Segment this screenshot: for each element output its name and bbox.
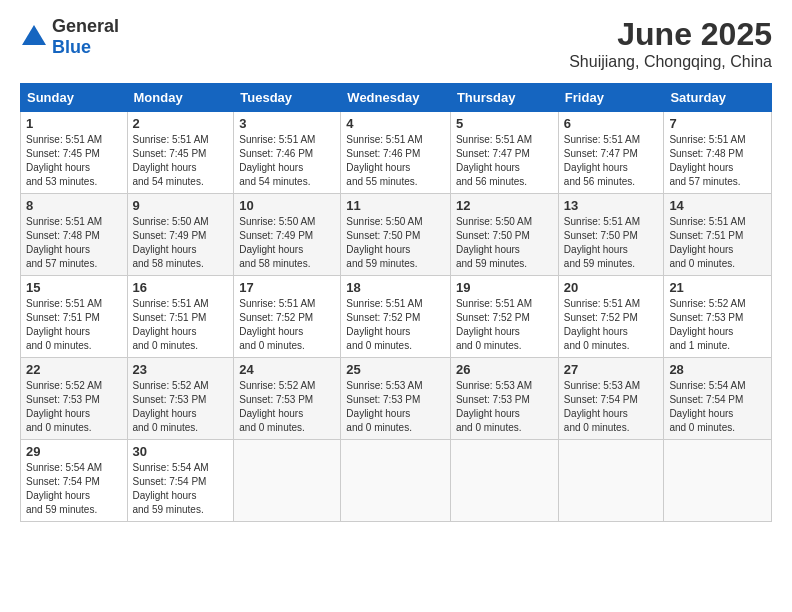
- table-row: [664, 440, 772, 522]
- table-row: [341, 440, 451, 522]
- logo-icon: [20, 23, 48, 51]
- table-row: 7 Sunrise: 5:51 AM Sunset: 7:48 PM Dayli…: [664, 112, 772, 194]
- calendar-row: 15 Sunrise: 5:51 AM Sunset: 7:51 PM Dayl…: [21, 276, 772, 358]
- col-monday: Monday: [127, 84, 234, 112]
- table-row: 21 Sunrise: 5:52 AM Sunset: 7:53 PM Dayl…: [664, 276, 772, 358]
- table-row: 29 Sunrise: 5:54 AM Sunset: 7:54 PM Dayl…: [21, 440, 128, 522]
- table-row: 25 Sunrise: 5:53 AM Sunset: 7:53 PM Dayl…: [341, 358, 451, 440]
- calendar-subtitle: Shuijiang, Chongqing, China: [569, 53, 772, 71]
- day-number: 19: [456, 280, 553, 295]
- table-row: 2 Sunrise: 5:51 AM Sunset: 7:45 PM Dayli…: [127, 112, 234, 194]
- day-info: Sunrise: 5:51 AM Sunset: 7:48 PM Dayligh…: [26, 215, 122, 271]
- logo-general: General: [52, 16, 119, 36]
- day-info: Sunrise: 5:50 AM Sunset: 7:49 PM Dayligh…: [133, 215, 229, 271]
- day-number: 10: [239, 198, 335, 213]
- table-row: 10 Sunrise: 5:50 AM Sunset: 7:49 PM Dayl…: [234, 194, 341, 276]
- day-info: Sunrise: 5:53 AM Sunset: 7:53 PM Dayligh…: [456, 379, 553, 435]
- table-row: 17 Sunrise: 5:51 AM Sunset: 7:52 PM Dayl…: [234, 276, 341, 358]
- day-info: Sunrise: 5:54 AM Sunset: 7:54 PM Dayligh…: [26, 461, 122, 517]
- day-info: Sunrise: 5:51 AM Sunset: 7:52 PM Dayligh…: [456, 297, 553, 353]
- day-number: 9: [133, 198, 229, 213]
- header-row: Sunday Monday Tuesday Wednesday Thursday…: [21, 84, 772, 112]
- day-info: Sunrise: 5:52 AM Sunset: 7:53 PM Dayligh…: [26, 379, 122, 435]
- day-number: 12: [456, 198, 553, 213]
- table-row: 27 Sunrise: 5:53 AM Sunset: 7:54 PM Dayl…: [558, 358, 664, 440]
- day-info: Sunrise: 5:51 AM Sunset: 7:52 PM Dayligh…: [564, 297, 659, 353]
- calendar-title: June 2025: [569, 16, 772, 53]
- table-row: 9 Sunrise: 5:50 AM Sunset: 7:49 PM Dayli…: [127, 194, 234, 276]
- day-number: 7: [669, 116, 766, 131]
- day-info: Sunrise: 5:51 AM Sunset: 7:52 PM Dayligh…: [346, 297, 445, 353]
- table-row: 14 Sunrise: 5:51 AM Sunset: 7:51 PM Dayl…: [664, 194, 772, 276]
- calendar-row: 29 Sunrise: 5:54 AM Sunset: 7:54 PM Dayl…: [21, 440, 772, 522]
- day-number: 28: [669, 362, 766, 377]
- logo: General Blue: [20, 16, 119, 58]
- day-info: Sunrise: 5:51 AM Sunset: 7:50 PM Dayligh…: [564, 215, 659, 271]
- table-row: 19 Sunrise: 5:51 AM Sunset: 7:52 PM Dayl…: [450, 276, 558, 358]
- day-number: 16: [133, 280, 229, 295]
- day-info: Sunrise: 5:51 AM Sunset: 7:45 PM Dayligh…: [26, 133, 122, 189]
- day-info: Sunrise: 5:50 AM Sunset: 7:50 PM Dayligh…: [456, 215, 553, 271]
- day-info: Sunrise: 5:51 AM Sunset: 7:48 PM Dayligh…: [669, 133, 766, 189]
- table-row: 6 Sunrise: 5:51 AM Sunset: 7:47 PM Dayli…: [558, 112, 664, 194]
- day-info: Sunrise: 5:51 AM Sunset: 7:47 PM Dayligh…: [456, 133, 553, 189]
- calendar-table: Sunday Monday Tuesday Wednesday Thursday…: [20, 83, 772, 522]
- col-sunday: Sunday: [21, 84, 128, 112]
- header: General Blue June 2025 Shuijiang, Chongq…: [20, 16, 772, 71]
- col-friday: Friday: [558, 84, 664, 112]
- table-row: 12 Sunrise: 5:50 AM Sunset: 7:50 PM Dayl…: [450, 194, 558, 276]
- day-info: Sunrise: 5:51 AM Sunset: 7:52 PM Dayligh…: [239, 297, 335, 353]
- day-number: 2: [133, 116, 229, 131]
- day-info: Sunrise: 5:52 AM Sunset: 7:53 PM Dayligh…: [669, 297, 766, 353]
- table-row: [450, 440, 558, 522]
- day-number: 13: [564, 198, 659, 213]
- table-row: 4 Sunrise: 5:51 AM Sunset: 7:46 PM Dayli…: [341, 112, 451, 194]
- col-wednesday: Wednesday: [341, 84, 451, 112]
- table-row: 15 Sunrise: 5:51 AM Sunset: 7:51 PM Dayl…: [21, 276, 128, 358]
- day-info: Sunrise: 5:52 AM Sunset: 7:53 PM Dayligh…: [133, 379, 229, 435]
- table-row: 11 Sunrise: 5:50 AM Sunset: 7:50 PM Dayl…: [341, 194, 451, 276]
- day-number: 4: [346, 116, 445, 131]
- calendar-row: 8 Sunrise: 5:51 AM Sunset: 7:48 PM Dayli…: [21, 194, 772, 276]
- logo-blue: Blue: [52, 37, 91, 57]
- table-row: 18 Sunrise: 5:51 AM Sunset: 7:52 PM Dayl…: [341, 276, 451, 358]
- table-row: 23 Sunrise: 5:52 AM Sunset: 7:53 PM Dayl…: [127, 358, 234, 440]
- day-number: 26: [456, 362, 553, 377]
- day-number: 23: [133, 362, 229, 377]
- day-number: 15: [26, 280, 122, 295]
- day-number: 5: [456, 116, 553, 131]
- day-number: 27: [564, 362, 659, 377]
- day-info: Sunrise: 5:53 AM Sunset: 7:53 PM Dayligh…: [346, 379, 445, 435]
- day-info: Sunrise: 5:51 AM Sunset: 7:47 PM Dayligh…: [564, 133, 659, 189]
- calendar-row: 22 Sunrise: 5:52 AM Sunset: 7:53 PM Dayl…: [21, 358, 772, 440]
- col-tuesday: Tuesday: [234, 84, 341, 112]
- day-number: 20: [564, 280, 659, 295]
- day-info: Sunrise: 5:51 AM Sunset: 7:46 PM Dayligh…: [346, 133, 445, 189]
- day-info: Sunrise: 5:54 AM Sunset: 7:54 PM Dayligh…: [133, 461, 229, 517]
- day-number: 6: [564, 116, 659, 131]
- day-number: 21: [669, 280, 766, 295]
- day-info: Sunrise: 5:51 AM Sunset: 7:51 PM Dayligh…: [133, 297, 229, 353]
- day-number: 17: [239, 280, 335, 295]
- table-row: [558, 440, 664, 522]
- table-row: 3 Sunrise: 5:51 AM Sunset: 7:46 PM Dayli…: [234, 112, 341, 194]
- table-row: [234, 440, 341, 522]
- table-row: 20 Sunrise: 5:51 AM Sunset: 7:52 PM Dayl…: [558, 276, 664, 358]
- day-info: Sunrise: 5:51 AM Sunset: 7:51 PM Dayligh…: [669, 215, 766, 271]
- day-number: 14: [669, 198, 766, 213]
- svg-rect-1: [30, 37, 38, 45]
- table-row: 22 Sunrise: 5:52 AM Sunset: 7:53 PM Dayl…: [21, 358, 128, 440]
- day-number: 3: [239, 116, 335, 131]
- table-row: 16 Sunrise: 5:51 AM Sunset: 7:51 PM Dayl…: [127, 276, 234, 358]
- day-info: Sunrise: 5:53 AM Sunset: 7:54 PM Dayligh…: [564, 379, 659, 435]
- table-row: 28 Sunrise: 5:54 AM Sunset: 7:54 PM Dayl…: [664, 358, 772, 440]
- table-row: 8 Sunrise: 5:51 AM Sunset: 7:48 PM Dayli…: [21, 194, 128, 276]
- day-number: 8: [26, 198, 122, 213]
- day-number: 24: [239, 362, 335, 377]
- day-info: Sunrise: 5:50 AM Sunset: 7:49 PM Dayligh…: [239, 215, 335, 271]
- day-info: Sunrise: 5:51 AM Sunset: 7:51 PM Dayligh…: [26, 297, 122, 353]
- table-row: 5 Sunrise: 5:51 AM Sunset: 7:47 PM Dayli…: [450, 112, 558, 194]
- day-number: 25: [346, 362, 445, 377]
- day-info: Sunrise: 5:50 AM Sunset: 7:50 PM Dayligh…: [346, 215, 445, 271]
- table-row: 30 Sunrise: 5:54 AM Sunset: 7:54 PM Dayl…: [127, 440, 234, 522]
